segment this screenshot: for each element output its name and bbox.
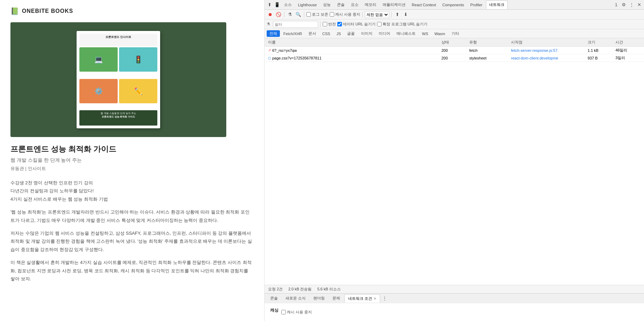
network-toolbar-row1: ⏺ 🚫 ⚗ 🔍 로그 보존 캐시 사용 중지 제한 없음 ⬆ ⬇	[265, 10, 644, 19]
status-bar: 요청 2건 2.0 kB 전송됨 5.6 kB 리소스	[265, 285, 644, 293]
row-type: stylesheet	[468, 56, 510, 60]
hide-ext-label[interactable]: 확장 프로그램 URL 숨기기	[377, 22, 428, 27]
filter-type-btn-글꼴[interactable]: 글꼴	[344, 30, 358, 37]
row-initiator[interactable]: fetch-server-response.js:57.	[510, 48, 586, 53]
row-initiator[interactable]: react-dom-client.developme	[510, 56, 586, 60]
bottom-tab-bar: 콘솔새로운 소식렌더링문제네트워크 조건✕⋮	[265, 293, 644, 303]
tab-network[interactable]: 네트워크	[486, 0, 508, 9]
tab-react-context[interactable]: React Context	[409, 1, 439, 8]
filter-type-btn-CSS[interactable]: CSS	[320, 31, 333, 37]
devtools-panel: ⬆ 📱 소스 Lighthouse 성능 콘솔 요소 메모리 애플리케이션 Re…	[265, 0, 644, 321]
bottom-tab-close-btn[interactable]: ✕	[374, 297, 376, 300]
filter-type-btn-기타[interactable]: 기타	[449, 30, 462, 37]
nc-cache-label[interactable]: 캐시 사용 중지	[281, 310, 312, 315]
tab-memory[interactable]: 메모리	[362, 1, 379, 9]
site-logo-icon: 📗	[10, 7, 19, 15]
data-url-label[interactable]: 데이터 URL 숨기기	[337, 22, 376, 27]
tab-performance[interactable]: 성능	[320, 1, 333, 9]
search-icon[interactable]: 🔍	[295, 11, 302, 18]
desc-2: '웹 성능 최적화'는 프론트엔드 개발자라면 반드시 고민해야 하는 이슈다.…	[10, 208, 254, 224]
cover-bottom-text: 웹 개발 스킬을 한 단계 높여 주는 프론트엔드 성능 최적화 가이드	[79, 110, 157, 126]
col-header-상태[interactable]: 상태	[440, 40, 468, 45]
record-btn[interactable]: ⏺	[267, 11, 274, 18]
tab-lighthouse[interactable]: Lighthouse	[295, 1, 320, 8]
filter-input-wrap[interactable]	[273, 21, 318, 28]
bottom-tab-새로운 소식[interactable]: 새로운 소식	[282, 294, 309, 302]
css-icon: ◻	[268, 56, 271, 60]
export-icon[interactable]: ⬇	[402, 11, 409, 18]
network-row[interactable]: ↗6?_rsc=yx7qw200fetchfetch-server-respon…	[265, 47, 644, 54]
invert-label[interactable]: 반전	[323, 22, 336, 27]
data-url-checkbox[interactable]	[337, 22, 342, 26]
filter-type-btn-Wasm[interactable]: Wasm	[432, 31, 448, 37]
fetch-icon: ↗	[268, 48, 271, 52]
import-icon[interactable]: ⬆	[394, 11, 401, 18]
network-row[interactable]: ◻page.css?v=1725356787811200stylesheetre…	[265, 54, 644, 62]
filter-type-btn-WS[interactable]: WS	[419, 31, 431, 37]
col-header-크기[interactable]: 크기	[586, 40, 614, 45]
filter-label: ⚗	[267, 22, 270, 26]
book-author: 유동관 | 인사이트	[10, 166, 254, 172]
resources-size: 5.6 kB 리소스	[317, 287, 340, 292]
cache-disable-label[interactable]: 캐시 사용 중지	[330, 12, 360, 17]
filter-icon[interactable]: ⚗	[286, 11, 293, 18]
col-header-시작점[interactable]: 시작점	[510, 40, 586, 45]
row-time: 46밀리	[614, 48, 642, 53]
requests-count: 요청 2건	[268, 287, 283, 292]
filter-type-btn-전체[interactable]: 전체	[267, 30, 280, 37]
bottom-tab-네트워크 조건[interactable]: 네트워크 조건✕	[344, 294, 380, 303]
tab-sources[interactable]: 소스	[281, 1, 294, 9]
log-preserve-checkbox[interactable]	[306, 12, 311, 17]
network-table-header: 이름상태유형시작점크기시간	[265, 38, 644, 47]
throttle-select[interactable]: 제한 없음	[365, 11, 389, 18]
cover-cell-2: 🚦	[119, 47, 157, 72]
col-header-유형[interactable]: 유형	[468, 40, 510, 45]
badge-icon[interactable]: 1	[613, 1, 620, 8]
cover-cell-4: ✏️	[119, 79, 157, 103]
book-description: 수강생 2천 명이 선택한 인프런 인기 강의 다년간의 컨설팅과 강의 노하우…	[10, 179, 254, 283]
desc-4: 이 책은 실생활에서 흔히 개발하는 4가지 실습 사이트를 예제로, 직관적인…	[10, 258, 254, 283]
row-size: 937 B	[586, 56, 614, 60]
col-header-시간[interactable]: 시간	[614, 40, 642, 45]
nc-cache-checkbox[interactable]	[281, 310, 286, 314]
filter-type-row: 전체Fetch/XHR문서CSSJS글꼴이미지미디어매니페스트WSWasm기타	[265, 29, 644, 38]
book-cover: 프론트엔드 인사이트 💻 🚦 ⚙️ ✏️ 웹 개발 스킬을 한 단계 높여 주는…	[77, 31, 160, 128]
filter-input[interactable]	[275, 22, 316, 26]
close-devtools-icon[interactable]: ✕	[636, 1, 643, 8]
toolbar-sep2	[304, 12, 304, 17]
filter-type-btn-이미지[interactable]: 이미지	[358, 30, 375, 37]
filter-type-btn-미디어[interactable]: 미디어	[376, 30, 393, 37]
more-tools-icon[interactable]: ⋮	[628, 1, 635, 8]
row-size: 1.1 kB	[586, 48, 614, 53]
filter-type-btn-문서[interactable]: 문서	[306, 30, 319, 37]
cursor-icon[interactable]: ⬆	[266, 1, 273, 8]
toolbar-sep3	[362, 12, 363, 17]
invert-checkbox[interactable]	[323, 22, 327, 26]
filter-type-btn-Fetch/XHR[interactable]: Fetch/XHR	[281, 31, 305, 37]
bottom-tab-문제[interactable]: 문제	[329, 294, 344, 302]
tab-elements[interactable]: 요소	[348, 1, 361, 9]
row-name-text: page.css?v=1725356787811	[272, 56, 322, 60]
book-image-wrapper: 프론트엔드 인사이트 💻 🚦 ⚙️ ✏️ 웹 개발 스킬을 한 단계 높여 주는…	[10, 22, 226, 137]
hide-ext-checkbox[interactable]	[377, 22, 382, 26]
device-icon[interactable]: 📱	[274, 1, 281, 8]
filter-type-btn-JS[interactable]: JS	[333, 31, 344, 37]
network-toolbar-row2: ⚗ 반전 데이터 URL 숨기기 확장 프로그램 URL 숨기기	[265, 19, 644, 29]
tab-profiler[interactable]: Profiler	[468, 1, 485, 8]
bottom-tab-콘솔[interactable]: 콘솔	[267, 294, 281, 302]
cache-disable-checkbox[interactable]	[330, 12, 334, 17]
tab-application[interactable]: 애플리케이션	[380, 1, 408, 9]
tab-components[interactable]: Components	[440, 1, 467, 8]
toolbar-sep1	[284, 12, 284, 17]
filter-type-btn-매니페스트[interactable]: 매니페스트	[394, 30, 418, 37]
stop-record-btn[interactable]: 🚫	[275, 11, 282, 18]
tab-console[interactable]: 콘솔	[334, 1, 347, 9]
network-table-body: ↗6?_rsc=yx7qw200fetchfetch-server-respon…	[265, 47, 644, 285]
col-header-이름[interactable]: 이름	[267, 40, 440, 45]
nc-caching-row: 캐싱 캐시 사용 중지	[270, 307, 638, 317]
bottom-tab-kebab[interactable]: ⋮	[381, 295, 388, 302]
log-preserve-label[interactable]: 로그 보존	[306, 12, 328, 17]
toolbar-sep5	[320, 22, 321, 27]
bottom-tab-렌더링[interactable]: 렌더링	[310, 294, 328, 302]
settings-icon[interactable]: ⚙	[620, 1, 627, 8]
